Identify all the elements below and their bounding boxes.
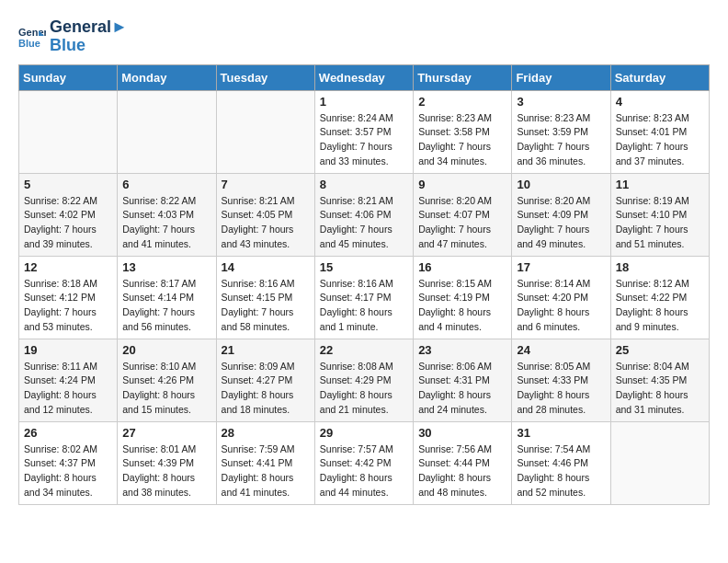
day-number: 25 (616, 343, 704, 357)
day-info: Sunrise: 8:16 AMSunset: 4:15 PMDaylight:… (222, 277, 310, 335)
calendar-header-row: SundayMondayTuesdayWednesdayThursdayFrid… (19, 64, 710, 90)
calendar-cell: 29 Sunrise: 7:57 AMSunset: 4:42 PMDaylig… (314, 421, 413, 504)
day-number: 17 (517, 260, 605, 274)
day-number: 11 (616, 178, 704, 191)
calendar-cell: 11 Sunrise: 8:19 AMSunset: 4:10 PMDaylig… (610, 173, 709, 256)
calendar-cell: 26 Sunrise: 8:02 AMSunset: 4:37 PMDaylig… (19, 421, 118, 504)
calendar-cell: 30 Sunrise: 7:56 AMSunset: 4:44 PMDaylig… (414, 421, 512, 504)
calendar-cell: 17 Sunrise: 8:14 AMSunset: 4:20 PMDaylig… (512, 256, 610, 339)
day-number: 31 (517, 426, 605, 440)
day-info: Sunrise: 8:21 AMSunset: 4:05 PMDaylight:… (222, 194, 310, 252)
day-info: Sunrise: 8:09 AMSunset: 4:27 PMDaylight:… (222, 360, 310, 418)
logo-line1: General► (50, 18, 128, 37)
day-info: Sunrise: 8:23 AMSunset: 3:59 PMDaylight:… (517, 111, 605, 169)
weekday-header: Thursday (414, 64, 512, 90)
logo-line2: Blue (50, 37, 128, 55)
day-info: Sunrise: 8:23 AMSunset: 4:01 PMDaylight:… (616, 111, 704, 169)
calendar-cell: 2 Sunrise: 8:23 AMSunset: 3:58 PMDayligh… (414, 90, 512, 173)
day-number: 24 (517, 343, 605, 357)
day-info: Sunrise: 8:19 AMSunset: 4:10 PMDaylight:… (616, 194, 704, 252)
calendar-cell: 12 Sunrise: 8:18 AMSunset: 4:12 PMDaylig… (19, 256, 118, 339)
day-info: Sunrise: 8:21 AMSunset: 4:06 PMDaylight:… (320, 194, 408, 252)
day-info: Sunrise: 8:20 AMSunset: 4:09 PMDaylight:… (517, 194, 605, 252)
day-info: Sunrise: 8:24 AMSunset: 3:57 PMDaylight:… (320, 111, 408, 169)
day-number: 5 (24, 178, 112, 191)
day-info: Sunrise: 8:08 AMSunset: 4:29 PMDaylight:… (320, 360, 408, 418)
weekday-header: Tuesday (216, 64, 314, 90)
day-number: 26 (24, 426, 112, 440)
day-number: 20 (122, 343, 210, 357)
day-number: 9 (418, 178, 506, 191)
day-number: 15 (320, 260, 408, 274)
day-number: 16 (418, 260, 506, 274)
day-info: Sunrise: 8:23 AMSunset: 3:58 PMDaylight:… (418, 111, 506, 169)
svg-text:Blue: Blue (18, 38, 40, 49)
weekday-header: Friday (512, 64, 610, 90)
calendar-cell: 13 Sunrise: 8:17 AMSunset: 4:14 PMDaylig… (118, 256, 216, 339)
day-info: Sunrise: 7:56 AMSunset: 4:44 PMDaylight:… (418, 442, 506, 500)
day-number: 27 (122, 426, 210, 440)
calendar-cell: 14 Sunrise: 8:16 AMSunset: 4:15 PMDaylig… (216, 256, 314, 339)
page-header: General Blue General► Blue (18, 18, 710, 55)
calendar-cell: 27 Sunrise: 8:01 AMSunset: 4:39 PMDaylig… (118, 421, 216, 504)
day-number: 29 (320, 426, 408, 440)
day-info: Sunrise: 8:16 AMSunset: 4:17 PMDaylight:… (320, 277, 408, 335)
calendar-cell: 21 Sunrise: 8:09 AMSunset: 4:27 PMDaylig… (216, 339, 314, 421)
day-info: Sunrise: 7:57 AMSunset: 4:42 PMDaylight:… (320, 442, 408, 500)
calendar-cell: 9 Sunrise: 8:20 AMSunset: 4:07 PMDayligh… (414, 173, 512, 256)
day-info: Sunrise: 8:01 AMSunset: 4:39 PMDaylight:… (122, 442, 210, 500)
calendar-cell: 28 Sunrise: 7:59 AMSunset: 4:41 PMDaylig… (216, 421, 314, 504)
calendar-cell (19, 90, 118, 173)
svg-text:General: General (18, 27, 46, 38)
day-info: Sunrise: 8:05 AMSunset: 4:33 PMDaylight:… (517, 360, 605, 418)
day-number: 2 (418, 95, 506, 109)
calendar-cell: 7 Sunrise: 8:21 AMSunset: 4:05 PMDayligh… (216, 173, 314, 256)
day-number: 30 (418, 426, 506, 440)
logo: General Blue General► Blue (18, 18, 128, 55)
calendar-cell: 3 Sunrise: 8:23 AMSunset: 3:59 PMDayligh… (512, 90, 610, 173)
calendar-cell: 31 Sunrise: 7:54 AMSunset: 4:46 PMDaylig… (512, 421, 610, 504)
day-info: Sunrise: 8:11 AMSunset: 4:24 PMDaylight:… (24, 360, 112, 418)
calendar-cell (118, 90, 216, 173)
calendar-week-row: 19 Sunrise: 8:11 AMSunset: 4:24 PMDaylig… (19, 339, 710, 421)
day-info: Sunrise: 8:22 AMSunset: 4:02 PMDaylight:… (24, 194, 112, 252)
calendar-week-row: 1 Sunrise: 8:24 AMSunset: 3:57 PMDayligh… (19, 90, 710, 173)
day-number: 18 (616, 260, 704, 274)
day-number: 14 (222, 260, 310, 274)
day-number: 12 (24, 260, 112, 274)
calendar-week-row: 26 Sunrise: 8:02 AMSunset: 4:37 PMDaylig… (19, 421, 710, 504)
day-info: Sunrise: 8:12 AMSunset: 4:22 PMDaylight:… (616, 277, 704, 335)
day-info: Sunrise: 8:22 AMSunset: 4:03 PMDaylight:… (122, 194, 210, 252)
weekday-header: Saturday (610, 64, 709, 90)
calendar-cell: 18 Sunrise: 8:12 AMSunset: 4:22 PMDaylig… (610, 256, 709, 339)
day-number: 22 (320, 343, 408, 357)
calendar-cell: 23 Sunrise: 8:06 AMSunset: 4:31 PMDaylig… (414, 339, 512, 421)
calendar-table: SundayMondayTuesdayWednesdayThursdayFrid… (18, 64, 710, 505)
day-number: 21 (222, 343, 310, 357)
day-info: Sunrise: 8:14 AMSunset: 4:20 PMDaylight:… (517, 277, 605, 335)
day-number: 23 (418, 343, 506, 357)
logo-icon: General Blue (18, 23, 46, 51)
calendar-cell: 24 Sunrise: 8:05 AMSunset: 4:33 PMDaylig… (512, 339, 610, 421)
calendar-cell: 10 Sunrise: 8:20 AMSunset: 4:09 PMDaylig… (512, 173, 610, 256)
weekday-header: Sunday (19, 64, 118, 90)
day-info: Sunrise: 8:20 AMSunset: 4:07 PMDaylight:… (418, 194, 506, 252)
calendar-cell (216, 90, 314, 173)
calendar-week-row: 5 Sunrise: 8:22 AMSunset: 4:02 PMDayligh… (19, 173, 710, 256)
day-number: 8 (320, 178, 408, 191)
calendar-cell: 8 Sunrise: 8:21 AMSunset: 4:06 PMDayligh… (314, 173, 413, 256)
day-info: Sunrise: 7:54 AMSunset: 4:46 PMDaylight:… (517, 442, 605, 500)
calendar-week-row: 12 Sunrise: 8:18 AMSunset: 4:12 PMDaylig… (19, 256, 710, 339)
day-info: Sunrise: 8:04 AMSunset: 4:35 PMDaylight:… (616, 360, 704, 418)
calendar-cell: 19 Sunrise: 8:11 AMSunset: 4:24 PMDaylig… (19, 339, 118, 421)
calendar-cell: 15 Sunrise: 8:16 AMSunset: 4:17 PMDaylig… (314, 256, 413, 339)
day-info: Sunrise: 8:15 AMSunset: 4:19 PMDaylight:… (418, 277, 506, 335)
day-info: Sunrise: 8:17 AMSunset: 4:14 PMDaylight:… (122, 277, 210, 335)
day-info: Sunrise: 8:06 AMSunset: 4:31 PMDaylight:… (418, 360, 506, 418)
weekday-header: Wednesday (314, 64, 413, 90)
calendar-cell: 20 Sunrise: 8:10 AMSunset: 4:26 PMDaylig… (118, 339, 216, 421)
day-number: 7 (222, 178, 310, 191)
day-number: 19 (24, 343, 112, 357)
calendar-cell: 6 Sunrise: 8:22 AMSunset: 4:03 PMDayligh… (118, 173, 216, 256)
calendar-cell (610, 421, 709, 504)
